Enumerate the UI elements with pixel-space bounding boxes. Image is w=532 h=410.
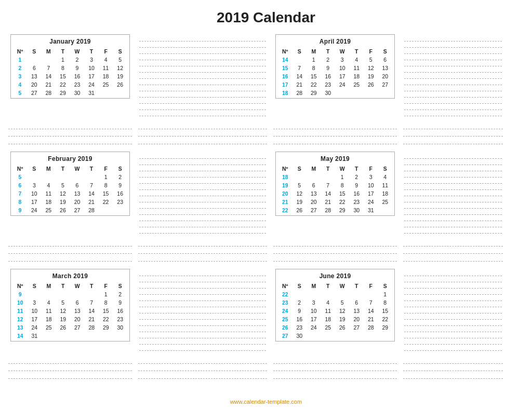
day-cell: 9 bbox=[113, 181, 127, 189]
day-cell: 10 bbox=[84, 64, 99, 72]
day-cell: 24 bbox=[364, 198, 378, 206]
week-number: 3 bbox=[13, 72, 27, 80]
bottom-line bbox=[273, 241, 397, 247]
note-line bbox=[404, 66, 502, 73]
day-cell: 8 bbox=[378, 298, 393, 307]
note-line bbox=[404, 85, 502, 91]
day-cell bbox=[113, 206, 127, 214]
day-cell: 23 bbox=[321, 80, 336, 89]
note-line bbox=[404, 320, 502, 326]
note-line bbox=[139, 202, 266, 209]
day-cell bbox=[292, 56, 307, 64]
day-cell: 23 bbox=[350, 198, 364, 206]
week-number: 16 bbox=[278, 72, 292, 80]
day-cell: 23 bbox=[292, 323, 307, 332]
note-line bbox=[404, 159, 502, 165]
day-cell: 9 bbox=[70, 64, 85, 72]
day-cell bbox=[99, 332, 113, 340]
day-cell bbox=[85, 290, 99, 298]
note-line bbox=[139, 153, 266, 159]
note-line bbox=[139, 73, 266, 79]
day-cell: 1 bbox=[335, 173, 350, 181]
day-cell: 12 bbox=[56, 189, 70, 198]
day-cell: 22 bbox=[335, 198, 350, 206]
note-line bbox=[404, 332, 502, 338]
day-cell: 15 bbox=[378, 307, 393, 315]
day-cell: 17 bbox=[364, 189, 378, 198]
bottom-line bbox=[403, 139, 503, 144]
day-cell: 31 bbox=[84, 89, 99, 97]
week-number: 2 bbox=[13, 64, 27, 72]
day-cell: 14 bbox=[84, 189, 99, 198]
day-cell: 23 bbox=[113, 198, 127, 206]
day-cell: 22 bbox=[307, 80, 321, 89]
day-cell: 17 bbox=[84, 72, 99, 80]
day-cell: 16 bbox=[113, 189, 127, 198]
bottom-line bbox=[8, 374, 132, 379]
day-cell: 18 bbox=[378, 189, 393, 198]
bottom-line bbox=[273, 131, 397, 136]
day-cell: 9 bbox=[113, 298, 128, 307]
calendar-title: February 2019 bbox=[13, 154, 127, 165]
day-cell bbox=[27, 56, 42, 64]
note-line bbox=[139, 307, 266, 313]
day-cell: 9 bbox=[350, 181, 364, 189]
day-cell: 27 bbox=[70, 206, 85, 214]
day-cell: 20 bbox=[378, 72, 393, 80]
day-cell: 13 bbox=[70, 189, 85, 198]
day-cell: 28 bbox=[42, 89, 56, 97]
day-cell: 20 bbox=[350, 315, 364, 323]
day-cell: 12 bbox=[292, 189, 307, 198]
day-cell: 8 bbox=[307, 64, 321, 72]
note-line bbox=[404, 326, 502, 332]
note-line bbox=[404, 171, 502, 177]
note-line bbox=[139, 190, 266, 196]
note-line bbox=[404, 295, 502, 301]
day-cell: 21 bbox=[42, 80, 56, 89]
day-cell: 3 bbox=[335, 56, 350, 64]
bottom-line bbox=[403, 374, 503, 379]
day-cell: 10 bbox=[335, 64, 350, 72]
week-number: 19 bbox=[278, 181, 292, 189]
day-cell: 30 bbox=[70, 89, 85, 97]
bottom-line bbox=[138, 359, 267, 364]
day-cell: 21 bbox=[85, 315, 99, 323]
day-cell bbox=[335, 290, 350, 298]
notes-cell bbox=[135, 266, 270, 355]
bottom-line bbox=[273, 249, 397, 254]
week-number: 5 bbox=[13, 89, 27, 97]
day-cell: 1 bbox=[99, 173, 113, 181]
day-cell: 26 bbox=[56, 206, 70, 214]
calendar-march-2019: March 2019NºSMTWTFS912103456789111011121… bbox=[10, 269, 130, 341]
week-number: 9 bbox=[13, 290, 28, 298]
day-cell bbox=[321, 173, 336, 181]
day-cell: 25 bbox=[350, 80, 364, 89]
day-cell: 31 bbox=[364, 206, 378, 214]
day-cell: 11 bbox=[42, 189, 56, 198]
week-number: 13 bbox=[13, 323, 28, 332]
bottom-lines-cell bbox=[5, 120, 135, 147]
note-line bbox=[139, 345, 266, 351]
day-cell: 26 bbox=[364, 80, 378, 89]
note-line bbox=[404, 184, 502, 190]
day-cell: 14 bbox=[364, 307, 378, 315]
bottom-line bbox=[138, 124, 267, 129]
note-line bbox=[404, 289, 502, 295]
bottom-lines-cell bbox=[135, 120, 270, 147]
bottom-line bbox=[138, 366, 267, 371]
note-line bbox=[404, 209, 502, 215]
note-line bbox=[139, 171, 266, 177]
day-cell: 27 bbox=[350, 323, 364, 332]
day-cell: 9 bbox=[321, 64, 336, 72]
bottom-line bbox=[138, 374, 267, 379]
day-cell: 21 bbox=[84, 198, 99, 206]
note-line bbox=[139, 301, 266, 307]
day-cell: 4 bbox=[378, 173, 393, 181]
bottom-line bbox=[8, 241, 132, 247]
day-cell: 10 bbox=[28, 307, 42, 315]
day-cell: 9 bbox=[292, 307, 307, 315]
day-cell bbox=[321, 332, 336, 340]
bottom-line bbox=[273, 366, 397, 371]
note-line bbox=[404, 110, 502, 116]
day-cell: 6 bbox=[378, 56, 393, 64]
